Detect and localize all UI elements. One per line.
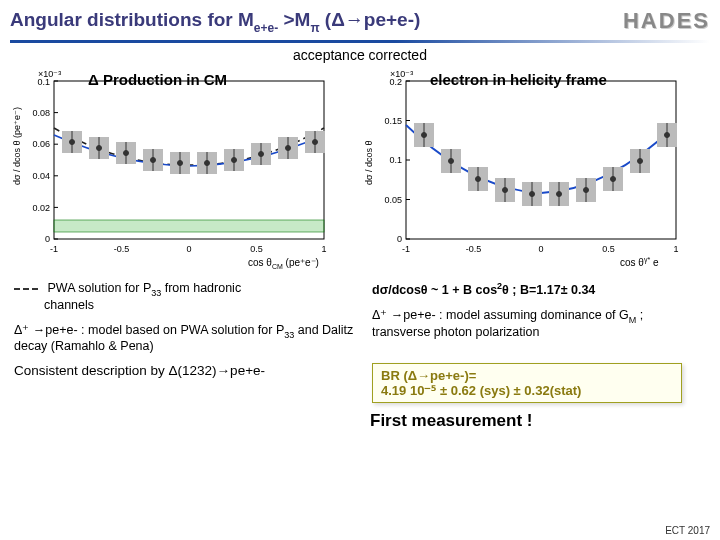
svg-text:0: 0 <box>186 244 191 254</box>
svg-point-68 <box>422 133 427 138</box>
svg-point-92 <box>638 159 643 164</box>
right-chart-title: electron in helicity frame <box>430 71 607 88</box>
svg-text:0.15: 0.15 <box>384 116 402 126</box>
br-line2: 4.19 10⁻⁵ ± 0.62 (sys) ± 0.32(stat) <box>381 383 673 398</box>
svg-point-77 <box>503 188 508 193</box>
svg-point-46 <box>286 146 291 151</box>
first-measurement: First measurement ! <box>0 403 720 431</box>
svg-point-43 <box>259 152 264 157</box>
svg-point-74 <box>476 177 481 182</box>
svg-text:0.08: 0.08 <box>32 108 50 118</box>
svg-text:1: 1 <box>673 244 678 254</box>
svg-text:0.02: 0.02 <box>32 203 50 213</box>
fit-formula: dσ/dcosθ ~ 1 + B cos2θ ; B=1.17± 0.34 <box>372 281 702 297</box>
acceptance-label: acceptance corrected <box>0 47 720 63</box>
pwa-sub: 33 <box>151 288 161 298</box>
pwa-text1b: from hadronic <box>161 281 241 295</box>
svg-text:0.2: 0.2 <box>389 77 402 87</box>
delta-model-right: Δ⁺ →pe+e- : model assuming dominance of … <box>372 307 702 339</box>
legend-row: PWA solution for P33 from hadronic chann… <box>0 275 720 353</box>
svg-point-83 <box>557 192 562 197</box>
svg-point-49 <box>313 140 318 145</box>
footer: ECT 2017 <box>665 525 710 536</box>
right-xlabel: cos θγ* e <box>620 256 659 268</box>
right-chart: ×10⁻³ 0 0.05 0.1 0.15 0.2 -1-0.500.51 co… <box>360 65 700 275</box>
svg-point-34 <box>178 161 183 166</box>
pwa-text1: PWA solution for P <box>47 281 151 295</box>
bottom-row: Consistent description by Δ(1232)→pe+e- … <box>0 353 720 403</box>
dash-icon <box>14 288 38 290</box>
left-chart-title: Δ Production in CM <box>88 71 227 88</box>
left-chart: ×10⁻³ 0 0.02 0.04 0.06 0.08 0.1 -1-0.500… <box>8 65 348 275</box>
svg-point-25 <box>97 146 102 151</box>
svg-text:0.5: 0.5 <box>250 244 263 254</box>
svg-text:0: 0 <box>397 234 402 244</box>
svg-point-28 <box>124 151 129 156</box>
title-underline <box>10 40 710 43</box>
chart-left-col: Δ Production in CM ×10⁻³ 0 0.02 0.04 0.0… <box>8 65 348 275</box>
left-ylabel: dσ / dcos θ (pe⁺e⁻) <box>12 107 22 185</box>
pwa-line2: channels <box>44 298 354 312</box>
bg-band <box>54 220 324 232</box>
svg-text:0.06: 0.06 <box>32 139 50 149</box>
delta-model-left: Δ⁺ →pe+e- : model based on PWA solution … <box>14 322 354 354</box>
left-xlabel: cos θCM (pe⁺e⁻) <box>248 257 319 270</box>
svg-text:-0.5: -0.5 <box>466 244 482 254</box>
charts-row: Δ Production in CM ×10⁻³ 0 0.02 0.04 0.0… <box>0 65 720 275</box>
hades-logo: HADES <box>623 8 710 34</box>
svg-point-89 <box>611 177 616 182</box>
slide-title: Angular distributions for Me+e- >Mπ (Δ→p… <box>10 9 420 34</box>
svg-point-86 <box>584 188 589 193</box>
svg-text:0.04: 0.04 <box>32 171 50 181</box>
svg-text:-1: -1 <box>402 244 410 254</box>
svg-point-71 <box>449 159 454 164</box>
legend-right: dσ/dcosθ ~ 1 + B cos2θ ; B=1.17± 0.34 Δ⁺… <box>372 281 702 353</box>
legend-left: PWA solution for P33 from hadronic chann… <box>14 281 354 353</box>
svg-text:0.1: 0.1 <box>37 77 50 87</box>
svg-text:0: 0 <box>45 234 50 244</box>
svg-point-22 <box>70 140 75 145</box>
svg-text:0.05: 0.05 <box>384 195 402 205</box>
svg-rect-18 <box>54 220 324 232</box>
consistent-text: Consistent description by Δ(1232)→pe+e- <box>14 363 354 378</box>
data-points <box>62 131 325 174</box>
svg-point-37 <box>205 161 210 166</box>
svg-point-80 <box>530 192 535 197</box>
svg-point-31 <box>151 158 156 163</box>
dm-r1: Δ⁺ →pe+e- : model assuming dominance of … <box>372 308 629 322</box>
right-ylabel: dσ / dcos θ <box>364 140 374 185</box>
title-bar: Angular distributions for Me+e- >Mπ (Δ→p… <box>0 0 720 40</box>
svg-text:-1: -1 <box>50 244 58 254</box>
svg-point-95 <box>665 133 670 138</box>
br-line1: BR (Δ→pe+e-)= <box>381 368 673 383</box>
svg-text:-0.5: -0.5 <box>114 244 130 254</box>
svg-text:0.1: 0.1 <box>389 155 402 165</box>
svg-text:1: 1 <box>321 244 326 254</box>
dm-l1: Δ⁺ →pe+e- : model based on PWA solution … <box>14 323 284 337</box>
dm-lsub: 33 <box>284 329 294 339</box>
svg-text:0: 0 <box>538 244 543 254</box>
svg-text:0.5: 0.5 <box>602 244 615 254</box>
pwa-legend: PWA solution for P33 from hadronic <box>14 281 354 298</box>
br-result-box: BR (Δ→pe+e-)= 4.19 10⁻⁵ ± 0.62 (sys) ± 0… <box>372 363 682 403</box>
chart-right-col: electron in helicity frame ×10⁻³ 0 0.05 … <box>360 65 700 275</box>
svg-point-40 <box>232 158 237 163</box>
